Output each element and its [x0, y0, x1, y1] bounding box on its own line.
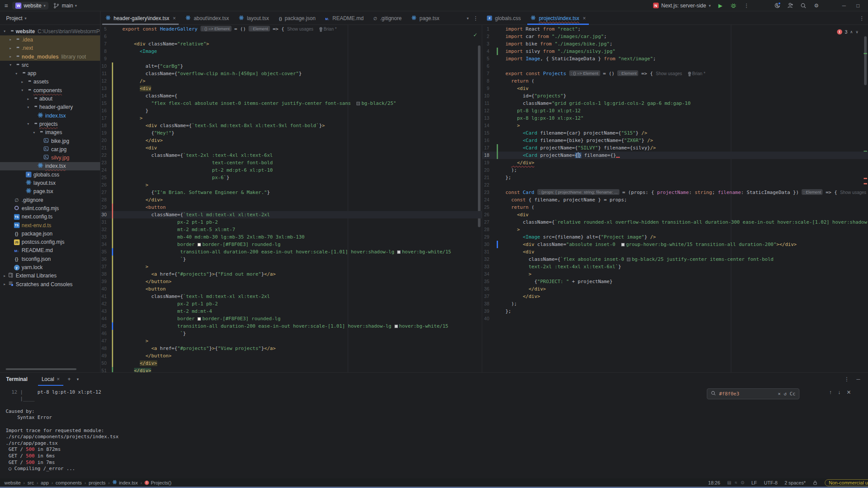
code-line[interactable]: <a href={"#projects"}>{"Find out more"}<… [122, 270, 276, 278]
line-number[interactable]: 48 [100, 345, 107, 352]
line-number[interactable]: 23 [100, 159, 107, 166]
line-number[interactable]: 33 [482, 263, 489, 270]
code-line[interactable]: > [505, 226, 520, 233]
line-number[interactable]: 36 [100, 256, 107, 263]
line-number[interactable]: 10 [482, 92, 489, 100]
line-number[interactable]: 31 [482, 248, 489, 256]
tree-item-silvy-jpg[interactable]: silvy.jpg [0, 154, 100, 162]
tree-chevron-icon[interactable]: ▸ [2, 282, 7, 286]
line-number[interactable]: 8 [100, 48, 107, 55]
code-line[interactable]: </div> [505, 293, 540, 300]
line-number[interactable]: 50 [100, 360, 107, 367]
line-number[interactable]: 47 [100, 337, 107, 345]
line-number[interactable]: 31 [100, 218, 107, 226]
code-line[interactable]: <Card projectName={} filename={} [505, 152, 620, 159]
code-line[interactable]: > [122, 181, 149, 189]
line-number[interactable]: 40 [482, 315, 489, 322]
line-number[interactable]: 28 [100, 196, 107, 204]
tree-item-about[interactable]: ▸about [0, 94, 100, 103]
ai-assistant-icon[interactable] [774, 2, 781, 9]
tab--gitignore[interactable]: ∅.gitignore [368, 11, 406, 25]
tree-chevron-icon[interactable]: ▸ [20, 80, 25, 84]
code-line[interactable]: px-8 lg:px-10 xl:px-12" [505, 114, 584, 122]
search-input[interactable]: #f8f0e3 [719, 391, 739, 397]
code-line[interactable]: {"I'm Brian. Software Engineer & Maker."… [122, 189, 270, 196]
tree-item--gitignore[interactable]: ∅.gitignore [0, 196, 100, 204]
line-number[interactable]: 24 [100, 166, 107, 174]
indent-indicator[interactable]: 2 spaces* [785, 480, 806, 485]
breadcrumb-item-website[interactable]: website [4, 480, 21, 485]
code-line[interactable]: mt-2 md:mt-5 xl:mt-7 [122, 226, 235, 233]
code-line[interactable]: text-center font-bold [122, 159, 273, 166]
tree-item-website[interactable]: ▾websiteC:\Users\brian\WebstormProje [0, 27, 100, 35]
code-line[interactable]: <div [122, 144, 157, 152]
line-number[interactable]: 51 [100, 367, 107, 372]
prev-error-icon[interactable]: ∧ [850, 30, 853, 34]
line-number[interactable]: 28 [482, 226, 489, 233]
breadcrumb-item-app[interactable]: app [41, 480, 48, 485]
code-line[interactable]: className={ [122, 92, 177, 100]
tree-horizontal-scrollbar[interactable] [6, 368, 76, 370]
terminal-search-bar[interactable]: #f8f0e3 × ↺ Cc [707, 388, 799, 399]
new-terminal-icon[interactable]: + [68, 376, 71, 382]
line-number[interactable]: 26 [100, 181, 107, 189]
line-number[interactable]: 27 [100, 189, 107, 196]
code-line[interactable]: pt-8 lg:pt-10 xl:pt-12 [505, 107, 581, 114]
tree-item-tsconfig-json[interactable]: {}tsconfig.json [0, 255, 100, 263]
color-swatch-icon[interactable] [394, 325, 398, 328]
search-close-icon[interactable]: ✕ [847, 389, 851, 395]
line-number[interactable]: 32 [100, 226, 107, 233]
tab-page-tsx[interactable]: page.tsx [406, 11, 444, 25]
line-number[interactable]: 34 [482, 270, 489, 278]
terminal-options-icon[interactable]: ⋮ [844, 376, 849, 382]
tree-item-index-tsx[interactable]: index.tsx [0, 111, 100, 120]
code-line[interactable]: > [505, 122, 520, 129]
code-line[interactable]: mt-2 md:mt-4 [122, 308, 212, 315]
error-stripe-mark[interactable] [864, 178, 867, 179]
tree-item-src[interactable]: ▾src [0, 61, 100, 69]
code-line[interactable]: `} [122, 330, 186, 337]
line-number[interactable]: 18 [100, 122, 107, 129]
code-line[interactable]: <Image [122, 48, 157, 55]
tree-item-projects[interactable]: ▾projects [0, 120, 100, 128]
line-number[interactable]: 20 [482, 166, 489, 174]
window-maximize-button[interactable]: □ [854, 3, 862, 9]
code-line[interactable]: return ( [505, 77, 534, 85]
tab-package-json[interactable]: {}package.json [274, 11, 321, 25]
breadcrumb-item-projects-[interactable]: !Projects() [145, 480, 171, 485]
breadcrumb-item-projects[interactable]: projects [89, 480, 106, 485]
line-number[interactable]: 15 [482, 129, 489, 137]
line-number[interactable]: 49 [100, 352, 107, 360]
tab-projects-index-tsx[interactable]: projects\index.tsx× [526, 11, 591, 25]
tab-layout-tsx[interactable]: layout.tsx [234, 11, 274, 25]
line-number[interactable]: 10 [100, 62, 107, 70]
tree-item--next[interactable]: ▸.next [0, 44, 100, 52]
line-number[interactable]: 39 [100, 278, 107, 285]
tree-item-next-env-d-ts[interactable]: TSnext-env.d.ts [0, 221, 100, 229]
code-line[interactable]: > [122, 114, 142, 122]
run-configuration-select[interactable]: N Next.js: server-side ▾ [653, 3, 711, 9]
line-number[interactable]: 13 [482, 114, 489, 122]
code-line[interactable]: className="grid grid-cols-1 lg:grid-cols… [505, 100, 691, 107]
color-swatch-icon[interactable] [197, 243, 201, 246]
line-number[interactable]: 15 [100, 100, 107, 107]
tree-item-app[interactable]: ▾app [0, 69, 100, 78]
match-case-toggle[interactable]: Cc [790, 391, 795, 397]
line-number[interactable]: 29 [482, 233, 489, 241]
color-swatch-icon[interactable] [356, 102, 360, 105]
line-number[interactable]: 16 [482, 137, 489, 144]
line-number[interactable]: 37 [100, 263, 107, 270]
line-number[interactable]: 6 [482, 62, 489, 70]
code-line[interactable]: </div> [505, 159, 534, 166]
code-line[interactable]: className={"overflow-clip min-h-[450px] … [122, 70, 302, 77]
search-next-icon[interactable]: ↓ [838, 389, 840, 395]
status-icon[interactable]: ⊙ [741, 480, 744, 485]
line-number[interactable]: 26 [482, 211, 489, 218]
line-number[interactable]: 9 [482, 85, 489, 92]
line-number[interactable]: 25 [482, 204, 489, 211]
line-number[interactable]: 46 [100, 330, 107, 337]
color-swatch-icon[interactable] [627, 258, 630, 261]
run-button[interactable]: ▶ [717, 2, 724, 9]
more-actions-icon[interactable]: ⋮ [743, 2, 750, 9]
right-editor[interactable]: ! 3 ∧ ∨ 1import React from "react";2impo… [482, 25, 868, 372]
